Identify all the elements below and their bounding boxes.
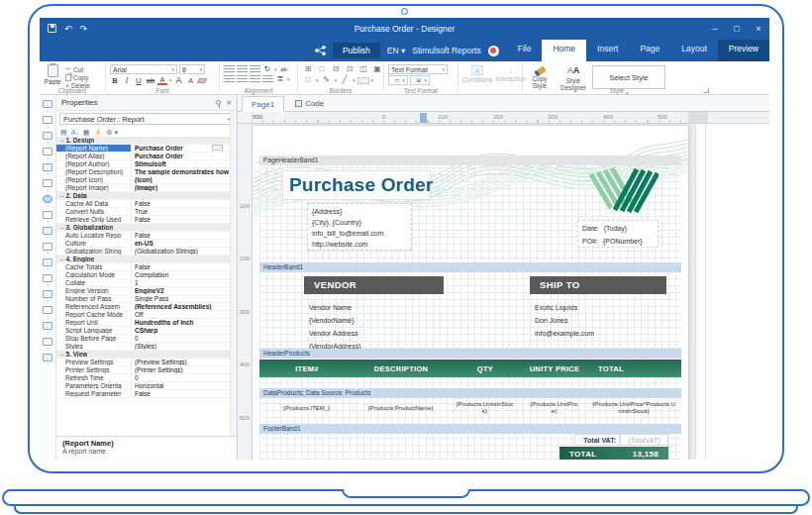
property-row[interactable]: Referenced Assem (Referenced Assemblies)	[56, 303, 231, 311]
header-band[interactable]: HeaderBand1	[259, 262, 681, 272]
map-component-icon[interactable]	[40, 209, 55, 225]
border-style-icon[interactable]: ╱	[339, 75, 351, 85]
clear-format-icon[interactable]	[196, 78, 206, 83]
barcode-component-icon[interactable]	[40, 146, 55, 161]
company-logo[interactable]	[585, 165, 659, 213]
total-vat-value[interactable]: {TotalVAT}	[620, 434, 668, 446]
property-row[interactable]: 4. Engine	[56, 256, 231, 263]
property-row[interactable]: Report Cache Mode Off	[56, 311, 231, 319]
share-icon[interactable]	[315, 46, 326, 55]
font-color-caret-icon[interactable]: ▾	[169, 77, 172, 83]
events-icon[interactable]: ⚡	[93, 129, 102, 137]
header-products-band[interactable]: HeaderProducts	[259, 349, 681, 359]
text-component-icon[interactable]	[40, 98, 55, 114]
products-data-row[interactable]: {Products.ITEM_}{Products.ProductName}{P…	[259, 398, 681, 418]
property-row[interactable]: Script Language CSharp	[56, 327, 231, 335]
property-row[interactable]: Convert Nulls True	[56, 208, 231, 216]
align-top-icon[interactable]	[224, 65, 235, 72]
all-borders-icon[interactable]: ⊞	[302, 64, 314, 74]
report-title-band-icon[interactable]	[40, 225, 55, 241]
grand-total-bar[interactable]: TOTAL 13,158	[559, 447, 668, 460]
line-spacing-icon[interactable]: ≣	[275, 74, 285, 83]
close-button[interactable]: ×	[748, 24, 769, 34]
property-row[interactable]: 5. View	[56, 351, 231, 359]
font-color-button[interactable]: A	[157, 76, 167, 85]
align-center-icon[interactable]	[237, 75, 248, 82]
footer-band[interactable]: FooterBand1	[259, 424, 681, 434]
property-row[interactable]: (Report Alias) Purchase Order	[56, 153, 231, 160]
chart-component-icon[interactable]	[40, 177, 55, 193]
ribbon-tab[interactable]: File	[507, 40, 543, 61]
ribbon-tab[interactable]: Insert	[586, 40, 629, 61]
products-table-header[interactable]: ITEM#DESCRIPTIONQTYUNITY PRICETOTAL	[259, 360, 681, 377]
outside-border-icon[interactable]: □	[302, 75, 314, 85]
property-row[interactable]: Culture en-US	[56, 240, 231, 248]
address-textbox[interactable]: {Address}{City}, {Country}info_bill_to@e…	[307, 203, 412, 251]
ribbon-tab[interactable]: Layout	[670, 40, 718, 61]
property-row[interactable]: (Report Icon) (Icon)	[56, 176, 231, 184]
conditions-button[interactable]: A Conditions	[462, 63, 492, 95]
style-wand-icon[interactable]	[40, 352, 55, 367]
fill-color-swatch[interactable]	[357, 77, 369, 84]
align-justify-icon[interactable]	[262, 75, 273, 82]
total-vat-label[interactable]: Total VAT:	[574, 434, 620, 446]
property-row[interactable]: Globalization String (Globalization Stri…	[56, 248, 231, 256]
property-row[interactable]: Cache All Data False	[56, 200, 231, 208]
panel-close-icon[interactable]: ✕	[226, 100, 232, 106]
vertical-scrollbar[interactable]	[695, 124, 706, 460]
property-row[interactable]: Engine Version EngineV2	[56, 287, 231, 295]
property-row[interactable]: Retrieve Only Used False	[56, 216, 231, 224]
settings-gear-icon[interactable]: ⚙ ▾	[106, 129, 118, 137]
interaction-button[interactable]: ↓ Interaction	[496, 63, 526, 95]
data-band-icon[interactable]	[40, 320, 55, 336]
group-band-icon[interactable]	[40, 336, 55, 352]
maximize-button[interactable]: □	[726, 24, 748, 34]
rotate-text-icon[interactable]: ↻	[262, 64, 272, 73]
ship-to-lines[interactable]: Exotic LiquidsDon Jonesinfo@example.com	[535, 301, 594, 340]
property-row[interactable]: Cache Totals False	[56, 263, 231, 271]
header-band-icon[interactable]	[40, 288, 55, 304]
page-footer-band-icon[interactable]	[40, 272, 55, 288]
ribbon-tab[interactable]: Preview	[718, 40, 769, 61]
shrink-font-button[interactable]: A	[186, 77, 196, 84]
grid-view-icon[interactable]: ▦	[83, 129, 90, 137]
footer-band-icon[interactable]	[40, 304, 55, 320]
style-dialog-launcher-icon[interactable]	[704, 88, 709, 93]
page-tab[interactable]: Page1	[242, 96, 284, 112]
ship-to-header-bar[interactable]: SHIP TO	[530, 276, 666, 294]
categorized-icon[interactable]: ▤	[60, 129, 67, 137]
border-pen-icon[interactable]: ✎	[321, 75, 333, 85]
property-row[interactable]: Auto Localize Repo False	[56, 232, 231, 240]
property-row[interactable]: (Report Author) Stimulsoft	[56, 160, 231, 168]
font-family-select[interactable]: Arial▾	[110, 64, 177, 74]
page-tab[interactable]: Code	[286, 95, 333, 111]
underline-button[interactable]: U	[134, 76, 144, 85]
align-middle-icon[interactable]	[237, 65, 248, 72]
data-products-band[interactable]: DataProducts; Data Source: Products	[259, 388, 681, 398]
properties-scrollbar[interactable]	[230, 111, 237, 436]
strikethrough-button[interactable]: ab	[146, 76, 155, 85]
property-row[interactable]: Styles (Styles)	[56, 343, 231, 351]
property-row[interactable]: (Report Image) (Image)	[56, 184, 231, 192]
grow-font-button[interactable]: A	[174, 75, 184, 85]
crosstab-component-icon[interactable]	[40, 130, 55, 146]
page-header-band[interactable]: PageHeaderBand1	[259, 155, 681, 165]
property-row[interactable]: (Report Description) The sample demonstr…	[56, 168, 231, 176]
property-row[interactable]: 2. Data	[56, 192, 231, 200]
page-header-band-icon[interactable]	[40, 257, 55, 272]
align-left-icon[interactable]	[224, 75, 235, 82]
font-size-select[interactable]: 8▾	[179, 64, 205, 74]
gauge-component-icon[interactable]	[40, 193, 55, 209]
account-avatar[interactable]	[488, 46, 499, 56]
vendor-header-bar[interactable]: VENDOR	[304, 276, 444, 294]
publish-button[interactable]: Publish	[333, 43, 380, 58]
cut-button[interactable]: ✂Cut	[65, 65, 90, 73]
property-row[interactable]: Report Unit Hundredths of Inch	[56, 319, 231, 327]
report-title-textbox[interactable]: Purchase Order	[282, 170, 431, 200]
pin-icon[interactable]	[216, 100, 221, 105]
table-component-icon[interactable]	[40, 114, 55, 130]
shape-component-icon[interactable]	[40, 161, 55, 177]
property-row[interactable]: Printer Settings (Printer Settings)	[56, 366, 231, 374]
align-right-icon[interactable]	[250, 75, 260, 82]
property-row[interactable]: Number of Pass Single Pass	[56, 295, 231, 303]
